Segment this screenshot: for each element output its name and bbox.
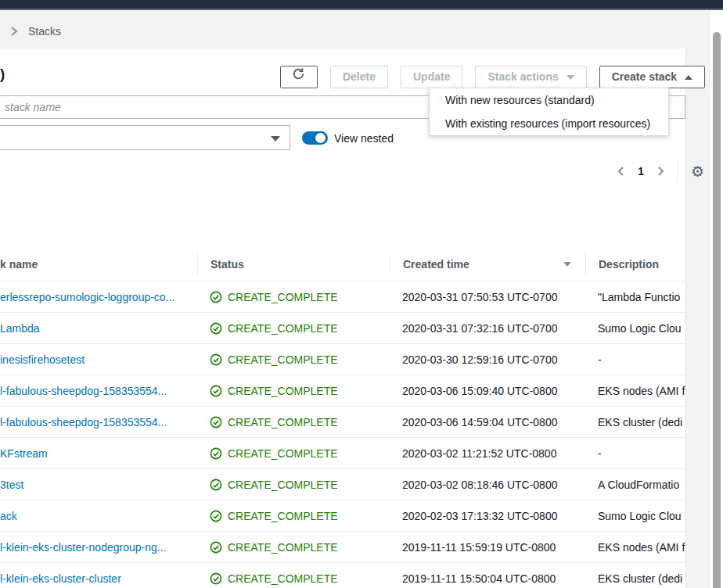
description: Sumo Logic Clou — [585, 510, 685, 522]
status-icon — [210, 479, 222, 491]
table-row: ack CREATE_COMPLETE 2020-02-03 17:13:32 … — [0, 500, 685, 532]
status-cell: CREATE_COMPLETE — [197, 416, 390, 428]
created-time: 2020-03-31 07:50:53 UTC-0700 — [390, 291, 585, 303]
table-body: erlessrepo-sumologic-loggroup-co... CREA… — [0, 281, 685, 588]
status-label: CREATE_COMPLETE — [228, 416, 338, 428]
status-cell: CREATE_COMPLETE — [197, 322, 390, 335]
status-icon — [210, 385, 222, 397]
column-header-description[interactable]: Description — [585, 253, 685, 275]
description: EKS nodes (AMI f — [585, 541, 685, 554]
toggle-knob — [315, 133, 326, 143]
status-label: CREATE_COMPLETE — [228, 447, 338, 460]
stack-name-link[interactable]: erlessrepo-sumologic-loggroup-co... — [0, 291, 197, 303]
stack-name-link[interactable]: l-klein-eks-cluster-cluster — [0, 572, 197, 585]
column-header-stack-name[interactable]: k name — [0, 253, 197, 275]
status-icon — [210, 416, 222, 428]
table-row: 3test CREATE_COMPLETE 2020-03-02 08:18:4… — [0, 469, 685, 500]
description: Sumo Logic Clou — [585, 322, 685, 335]
table-row: Lambda CREATE_COMPLETE 2020-03-31 07:32:… — [0, 313, 685, 344]
view-nested-label: View nested — [334, 132, 394, 145]
table-row: l-fabulous-sheepdog-158353554... CREATE_… — [0, 375, 685, 407]
status-icon — [210, 572, 222, 585]
description: EKS cluster (dedi — [585, 416, 685, 428]
refresh-icon — [292, 66, 305, 88]
stack-name-link[interactable]: Lambda — [0, 322, 197, 335]
created-time: 2020-03-02 08:18:46 UTC-0800 — [390, 479, 585, 491]
status-label: CREATE_COMPLETE — [228, 353, 338, 366]
create-stack-menu: With new resources (standard) With exist… — [429, 88, 669, 136]
description: "Lambda Functio — [585, 291, 685, 303]
stack-name-link[interactable]: l-fabulous-sheepdog-158353554... — [0, 416, 197, 428]
table-row: l-klein-eks-cluster-cluster CREATE_COMPL… — [0, 563, 685, 588]
breadcrumb: Stacks — [9, 25, 61, 38]
menu-item-existing-resources[interactable]: With existing resources (import resource… — [430, 112, 668, 135]
status-cell: CREATE_COMPLETE — [197, 447, 390, 460]
status-icon — [210, 447, 222, 460]
table-row: l-fabulous-sheepdog-158353554... CREATE_… — [0, 407, 685, 438]
status-icon — [210, 510, 222, 522]
stack-name-link[interactable]: inesisfirehosetest — [0, 353, 197, 366]
status-cell: CREATE_COMPLETE — [197, 291, 390, 303]
description: EKS nodes (AMI f — [585, 385, 685, 397]
status-icon — [210, 541, 222, 554]
table-row: inesisfirehosetest CREATE_COMPLETE 2020-… — [0, 344, 685, 375]
created-time: 2020-03-06 15:09:40 UTC-0800 — [390, 385, 585, 397]
description: EKS cluster (dedi — [585, 572, 685, 585]
status-cell: CREATE_COMPLETE — [197, 353, 390, 366]
status-cell: CREATE_COMPLETE — [197, 479, 390, 491]
column-header-status[interactable]: Status — [197, 253, 390, 275]
stack-name-link[interactable]: KFstream — [0, 447, 197, 460]
status-icon — [210, 291, 222, 303]
created-time: 2019-11-11 15:50:04 UTC-0800 — [390, 572, 585, 585]
status-label: CREATE_COMPLETE — [228, 572, 338, 585]
table-row: l-klein-eks-cluster-nodegroup-ng... CREA… — [0, 532, 685, 563]
pagination: 1 ⚙ — [617, 160, 704, 183]
console-top-nav — [0, 0, 723, 10]
stack-name-link[interactable]: l-klein-eks-cluster-nodegroup-ng... — [0, 541, 197, 554]
breadcrumb-chevron-icon — [9, 26, 19, 37]
column-header-created-time[interactable]: Created time — [390, 253, 585, 275]
scrollbar-track[interactable] — [709, 10, 723, 588]
status-cell: CREATE_COMPLETE — [197, 385, 390, 397]
description: - — [585, 447, 685, 460]
stack-actions-button[interactable]: Stack actions — [475, 66, 586, 88]
created-time: 2020-03-30 12:59:16 UTC-0700 — [390, 353, 585, 366]
page-title: ) — [0, 66, 5, 83]
description: - — [585, 353, 685, 366]
status-label: CREATE_COMPLETE — [228, 479, 338, 491]
table-row: KFstream CREATE_COMPLETE 2020-03-02 11:2… — [0, 438, 685, 469]
pagination-divider — [678, 160, 678, 183]
delete-button[interactable]: Delete — [330, 66, 388, 88]
create-stack-button[interactable]: Create stack — [599, 66, 705, 88]
chevron-up-icon — [685, 75, 692, 80]
update-button[interactable]: Update — [401, 66, 462, 88]
status-icon — [210, 322, 222, 335]
refresh-button[interactable] — [280, 66, 318, 88]
status-label: CREATE_COMPLETE — [228, 510, 338, 522]
description: A CloudFormatio — [585, 479, 685, 491]
status-label: CREATE_COMPLETE — [228, 385, 338, 397]
chevron-down-icon — [567, 75, 574, 80]
toolbar: Delete Update Stack actions Create stack — [280, 66, 705, 88]
status-label: CREATE_COMPLETE — [228, 541, 338, 554]
stack-name-link[interactable]: 3test — [0, 479, 197, 491]
created-time: 2020-03-31 07:32:16 UTC-0700 — [390, 322, 585, 335]
created-time: 2020-02-03 17:13:32 UTC-0800 — [390, 510, 585, 522]
status-filter-select[interactable] — [0, 125, 290, 150]
stack-name-link[interactable]: ack — [0, 510, 197, 522]
next-page-icon[interactable] — [656, 166, 665, 177]
breadcrumb-item-stacks[interactable]: Stacks — [28, 25, 61, 38]
table-header: k name Status Created time Description — [0, 248, 685, 281]
status-label: CREATE_COMPLETE — [228, 322, 338, 335]
sort-desc-icon[interactable] — [563, 262, 571, 267]
view-nested-toggle[interactable] — [302, 131, 328, 145]
scrollbar-thumb[interactable] — [713, 32, 721, 588]
stack-name-link[interactable]: l-fabulous-sheepdog-158353554... — [0, 385, 197, 397]
created-time: 2020-03-02 11:21:52 UTC-0800 — [390, 447, 585, 460]
select-caret-icon — [271, 136, 280, 142]
previous-page-icon[interactable] — [617, 166, 625, 177]
settings-gear-icon[interactable]: ⚙ — [691, 164, 704, 179]
menu-item-new-resources[interactable]: With new resources (standard) — [430, 88, 668, 112]
status-cell: CREATE_COMPLETE — [197, 541, 390, 554]
current-page-number[interactable]: 1 — [638, 165, 644, 177]
